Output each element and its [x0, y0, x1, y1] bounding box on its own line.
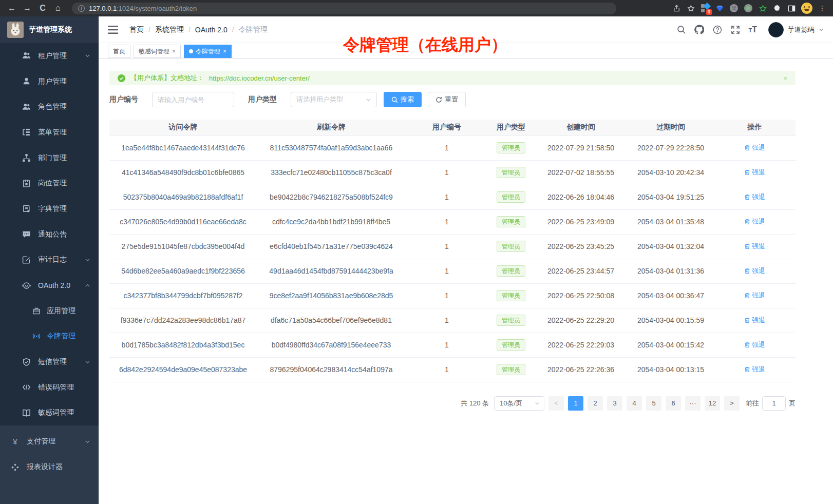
- doc-link[interactable]: https://doc.iocoder.cn/user-center/: [209, 74, 310, 82]
- cell-actions: 强退: [714, 308, 796, 333]
- sidebar-item-dictionary[interactable]: 字典管理: [0, 196, 99, 222]
- prev-page-button[interactable]: <: [548, 396, 564, 411]
- cell-actions: 强退: [714, 135, 796, 160]
- profile-avatar[interactable]: [801, 3, 812, 14]
- cell-access-token: 6d842e2924594de9a09e45e087323abe: [109, 357, 257, 382]
- force-logout-button[interactable]: 强退: [744, 291, 765, 300]
- force-logout-button[interactable]: 强退: [744, 192, 765, 202]
- font-size-icon[interactable]: TT: [748, 25, 757, 34]
- search-button[interactable]: 搜索: [384, 92, 422, 107]
- sidebar-item-audit-log[interactable]: 审计日志: [0, 247, 99, 273]
- alert-close-icon[interactable]: ×: [783, 74, 787, 82]
- force-logout-button[interactable]: 强退: [744, 316, 765, 325]
- next-page-button[interactable]: >: [724, 396, 740, 411]
- sidebar-item-oauth[interactable]: OAuth 2.0: [0, 273, 99, 298]
- cell-refresh-token: 811c530487574fa0af1a59d3abc1aa66: [257, 135, 406, 160]
- page-number-button[interactable]: 3: [607, 396, 622, 411]
- browser-toolbar: ← → C ⌂ i 127.0.0.1:1024/system/oauth2/t…: [0, 0, 833, 16]
- page-number-button[interactable]: 1: [568, 396, 583, 411]
- close-icon[interactable]: ×: [172, 48, 176, 54]
- sidebar-item-tenants[interactable]: 租户管理: [0, 43, 99, 69]
- force-logout-button[interactable]: 强退: [744, 365, 765, 374]
- github-icon[interactable]: [694, 25, 704, 34]
- page-number-button[interactable]: 5: [646, 396, 661, 411]
- trash-icon: [744, 145, 750, 151]
- extension-command-icon[interactable]: ⌘: [729, 4, 739, 13]
- sidebar-item-posts[interactable]: 岗位管理: [0, 170, 99, 196]
- sidebar-item-menus[interactable]: 菜单管理: [0, 120, 99, 145]
- sidebar-item-departments[interactable]: 部门管理: [0, 145, 99, 171]
- force-logout-button[interactable]: 强退: [744, 168, 765, 177]
- cell-expires-at: 2022-07-29 22:28:50: [628, 135, 714, 160]
- address-bar[interactable]: i 127.0.0.1:1024/system/oauth2/token: [72, 3, 616, 14]
- fullscreen-icon[interactable]: [730, 25, 740, 34]
- user-type-badge: 管理员: [497, 339, 525, 351]
- extension-record-icon[interactable]: [744, 4, 753, 13]
- goto-page-input[interactable]: [762, 396, 786, 411]
- page-number-button[interactable]: 4: [627, 396, 642, 411]
- cell-refresh-token: e6cfd40eb1f54571a31e775e039c4624: [257, 234, 406, 259]
- user-type-badge: 管理员: [497, 290, 525, 301]
- reload-icon[interactable]: C: [36, 2, 49, 15]
- reset-button[interactable]: 重置: [428, 92, 466, 107]
- share-icon[interactable]: [672, 4, 681, 13]
- breadcrumb-system[interactable]: 系统管理: [155, 25, 184, 34]
- sidebar-item-error-codes[interactable]: 错误码管理: [0, 375, 99, 400]
- page-number-button[interactable]: 2: [588, 396, 603, 411]
- forward-icon[interactable]: →: [21, 2, 34, 15]
- cell-refresh-token: 9ce8ef2aa9f14056b831ae9b608e28d5: [257, 283, 406, 308]
- page-size-select[interactable]: 10条/页: [494, 396, 544, 411]
- cell-expires-at: 2054-03-10 20:42:34: [628, 160, 714, 185]
- cell-access-token: 1ea5e44f8bc1467aaede43144f31de76: [109, 135, 257, 160]
- help-icon[interactable]: [712, 25, 722, 34]
- force-logout-button[interactable]: 强退: [744, 217, 765, 226]
- sidebar-item-payment[interactable]: ¥ 支付管理: [0, 429, 99, 454]
- chevron-up-icon: [85, 283, 90, 288]
- col-access-token: 访问令牌: [109, 120, 257, 135]
- close-icon[interactable]: ×: [223, 48, 226, 54]
- extension-star-icon[interactable]: [758, 4, 767, 13]
- tab-sensitive-words[interactable]: 敏感词管理 ×: [134, 45, 181, 58]
- extensions-puzzle-icon[interactable]: [772, 4, 782, 13]
- home-icon[interactable]: ⌂: [51, 2, 65, 15]
- page-number-button[interactable]: ···: [685, 396, 701, 411]
- user-id-input[interactable]: [152, 92, 234, 107]
- user-type-badge: 管理员: [497, 265, 525, 277]
- extension-gem-icon[interactable]: [715, 4, 724, 13]
- sidebar-item-sms[interactable]: 短信管理: [0, 349, 99, 375]
- search-icon[interactable]: [676, 25, 686, 34]
- sidebar-item-sensitive-words[interactable]: 敏感词管理: [0, 400, 99, 426]
- breadcrumb-home[interactable]: 首页: [129, 25, 144, 34]
- announcement-icon: [22, 230, 31, 239]
- sidebar-item-oauth-tokens[interactable]: 令牌管理: [0, 324, 99, 350]
- tab-home[interactable]: 首页: [108, 45, 130, 58]
- app-header: 首页 / 系统管理 / OAuth 2.0 / 令牌管理: [99, 16, 833, 43]
- sidebar-item-users[interactable]: 用户管理: [0, 69, 99, 94]
- tab-token-management[interactable]: 令牌管理 ×: [184, 45, 232, 58]
- bookmark-star-icon[interactable]: [686, 4, 695, 13]
- browser-menu-icon[interactable]: ⋮: [818, 4, 827, 13]
- force-logout-button[interactable]: 强退: [744, 242, 765, 251]
- breadcrumb-oauth[interactable]: OAuth 2.0: [195, 26, 228, 34]
- sidebar-item-announcements[interactable]: 通知公告: [0, 222, 99, 247]
- force-logout-button[interactable]: 强退: [744, 266, 765, 276]
- site-info-icon[interactable]: i: [78, 5, 85, 12]
- user-type-select[interactable]: 请选择用户类型: [291, 92, 377, 107]
- sidebar-toggle-icon[interactable]: [787, 4, 796, 13]
- sidebar-item-roles[interactable]: 角色管理: [0, 94, 99, 120]
- cell-refresh-token: 8796295f04064c2983414cc54af1097a: [257, 357, 406, 382]
- force-logout-button[interactable]: 强退: [744, 340, 765, 350]
- sidebar-item-oauth-apps[interactable]: 应用管理: [0, 298, 99, 324]
- cell-refresh-token: 49d1aa46d1454fbd87591444423be9fa: [257, 259, 406, 283]
- page-number-button[interactable]: 12: [705, 396, 720, 411]
- page-number-button[interactable]: 6: [666, 396, 681, 411]
- table-row: 6d842e2924594de9a09e45e087323abe 8796295…: [109, 357, 796, 382]
- collapse-sidebar-icon[interactable]: [108, 26, 118, 34]
- extension-grid-icon[interactable]: 9: [701, 4, 710, 13]
- table-row: 275e5de9151045fe87cbdc395e004f4d e6cfd40…: [109, 234, 796, 259]
- user-menu[interactable]: 芋道源码: [768, 22, 824, 37]
- force-logout-button[interactable]: 强退: [744, 143, 765, 152]
- sidebar-item-report-designer[interactable]: 报表设计器: [0, 454, 99, 480]
- doc-alert: 【用户体系】文档地址： https://doc.iocoder.cn/user-…: [109, 71, 796, 85]
- back-icon[interactable]: ←: [5, 2, 18, 15]
